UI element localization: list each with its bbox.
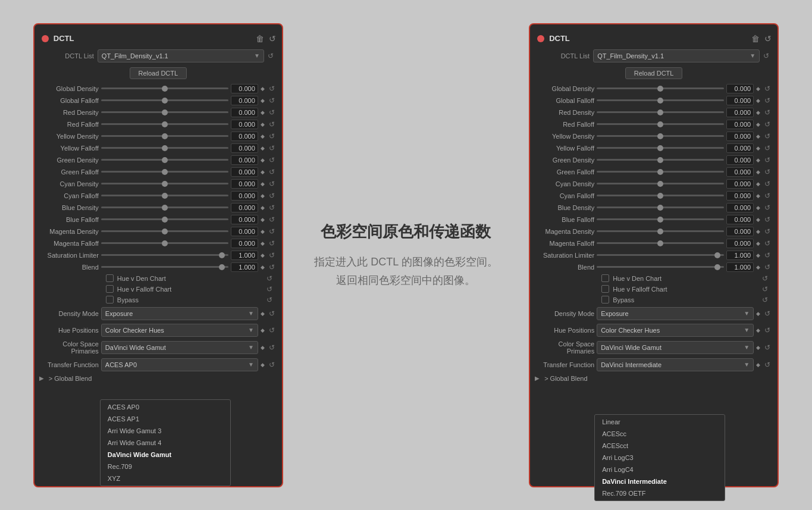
param-reset-icon[interactable]: ↺: [269, 215, 277, 224]
checkbox[interactable]: [106, 296, 114, 304]
reset-icon-left[interactable]: ↺: [269, 34, 276, 43]
param-value[interactable]: 0.000: [231, 108, 258, 117]
param-value[interactable]: 0.000: [231, 203, 258, 212]
param-reset-icon[interactable]: ↺: [764, 108, 773, 117]
param-value[interactable]: 0.000: [231, 215, 258, 224]
dropdown-item[interactable]: Linear: [595, 416, 725, 428]
param-value[interactable]: 0.000: [231, 155, 258, 165]
param-value[interactable]: 0.000: [726, 215, 754, 224]
param-value[interactable]: 0.000: [726, 120, 754, 129]
param-value[interactable]: 0.000: [231, 84, 258, 93]
slider-track[interactable]: [597, 266, 724, 268]
select-box[interactable]: ACES AP0▼: [101, 358, 258, 371]
select-reset-icon[interactable]: ↺: [764, 343, 773, 352]
checkbox-reset-icon[interactable]: ↺: [267, 296, 277, 304]
param-reset-icon[interactable]: ↺: [269, 96, 277, 105]
slider-track[interactable]: [101, 123, 228, 125]
param-reset-icon[interactable]: ↺: [764, 204, 773, 212]
slider-track[interactable]: [101, 230, 228, 232]
checkbox[interactable]: [106, 285, 114, 293]
dropdown-item[interactable]: Arri LogC3: [595, 452, 725, 464]
param-reset-icon[interactable]: ↺: [269, 156, 277, 164]
dropdown-item[interactable]: Arri LogC4: [595, 464, 725, 475]
param-reset-icon[interactable]: ↺: [764, 263, 773, 271]
slider-track[interactable]: [597, 218, 724, 220]
checkbox-reset-icon[interactable]: ↺: [762, 296, 773, 304]
select-reset-icon[interactable]: ↺: [764, 326, 773, 334]
slider-track[interactable]: [101, 111, 228, 113]
slider-track[interactable]: [597, 195, 724, 196]
dropdown-item[interactable]: Rec.709 OETF: [595, 487, 725, 499]
param-value[interactable]: 0.000: [726, 203, 754, 212]
param-value[interactable]: 0.000: [726, 227, 754, 236]
param-value[interactable]: 0.000: [726, 132, 754, 141]
param-value[interactable]: 0.000: [726, 143, 754, 153]
param-value[interactable]: 0.000: [726, 239, 754, 248]
param-value[interactable]: 0.000: [231, 167, 258, 177]
slider-track[interactable]: [597, 254, 724, 256]
checkbox[interactable]: [601, 296, 609, 304]
reset-icon-right[interactable]: ↺: [764, 34, 772, 43]
select-reset-icon[interactable]: ↺: [269, 309, 277, 318]
param-value[interactable]: 0.000: [231, 191, 258, 201]
select-box[interactable]: Color Checker Hues▼: [101, 324, 258, 337]
param-reset-icon[interactable]: ↺: [764, 251, 773, 259]
param-reset-icon[interactable]: ↺: [269, 227, 277, 236]
slider-track[interactable]: [101, 183, 228, 184]
slider-track[interactable]: [597, 147, 724, 149]
param-reset-icon[interactable]: ↺: [764, 156, 773, 164]
slider-track[interactable]: [101, 171, 228, 173]
slider-track[interactable]: [101, 195, 228, 196]
param-value[interactable]: 0.000: [726, 96, 754, 105]
reload-btn-right[interactable]: Reload DCTL: [625, 67, 683, 79]
param-reset-icon[interactable]: ↺: [764, 215, 773, 224]
param-reset-icon[interactable]: ↺: [269, 168, 277, 176]
slider-track[interactable]: [597, 135, 724, 137]
dctl-list-reset-right[interactable]: ↺: [763, 52, 772, 60]
slider-track[interactable]: [597, 206, 724, 208]
param-reset-icon[interactable]: ↺: [764, 144, 773, 152]
param-reset-icon[interactable]: ↺: [269, 204, 277, 212]
param-reset-icon[interactable]: ↺: [764, 120, 773, 129]
select-box[interactable]: DaVinci Wide Gamut▼: [597, 341, 754, 354]
dctl-list-dropdown-left[interactable]: QT_Film_Density_v1.1 ▼: [98, 49, 264, 62]
dropdown-item[interactable]: Rec.709: [101, 461, 230, 473]
param-value[interactable]: 1.000: [231, 262, 258, 272]
dropdown-item[interactable]: ACES AP0: [101, 401, 230, 413]
select-box[interactable]: DaVinci Wide Gamut▼: [101, 341, 258, 354]
select-box[interactable]: Exposure▼: [597, 307, 754, 320]
param-value[interactable]: 0.000: [231, 143, 258, 153]
dctl-list-dropdown-right[interactable]: QT_Film_Density_v1.1 ▼: [593, 49, 760, 62]
param-reset-icon[interactable]: ↺: [269, 192, 277, 200]
param-reset-icon[interactable]: ↺: [764, 227, 773, 236]
param-reset-icon[interactable]: ↺: [269, 239, 277, 248]
slider-track[interactable]: [101, 99, 228, 101]
slider-track[interactable]: [597, 159, 724, 161]
param-value[interactable]: 0.000: [231, 227, 258, 236]
param-reset-icon[interactable]: ↺: [269, 263, 277, 271]
param-value[interactable]: 0.000: [231, 239, 258, 248]
param-reset-icon[interactable]: ↺: [764, 239, 773, 248]
param-reset-icon[interactable]: ↺: [764, 180, 773, 188]
dropdown-item[interactable]: Arri Wide Gamut 4: [101, 437, 230, 449]
slider-track[interactable]: [597, 171, 724, 173]
select-reset-icon[interactable]: ↺: [764, 361, 773, 369]
param-reset-icon[interactable]: ↺: [269, 180, 277, 188]
param-reset-icon[interactable]: ↺: [764, 192, 773, 200]
slider-track[interactable]: [597, 242, 724, 244]
slider-track[interactable]: [101, 147, 228, 149]
slider-track[interactable]: [101, 266, 228, 268]
param-reset-icon[interactable]: ↺: [764, 96, 773, 105]
param-reset-icon[interactable]: ↺: [764, 132, 773, 140]
dropdown-item[interactable]: ACES AP1: [101, 413, 230, 425]
param-reset-icon[interactable]: ↺: [269, 251, 277, 259]
param-value[interactable]: 1.000: [231, 251, 258, 260]
param-reset-icon[interactable]: ↺: [269, 85, 277, 93]
slider-track[interactable]: [101, 242, 228, 244]
checkbox-reset-icon[interactable]: ↺: [762, 274, 773, 283]
checkbox[interactable]: [601, 285, 609, 293]
param-value[interactable]: 0.000: [726, 155, 754, 165]
param-value[interactable]: 0.000: [231, 132, 258, 141]
dropdown-item[interactable]: XYZ: [101, 473, 230, 484]
slider-track[interactable]: [597, 87, 724, 89]
